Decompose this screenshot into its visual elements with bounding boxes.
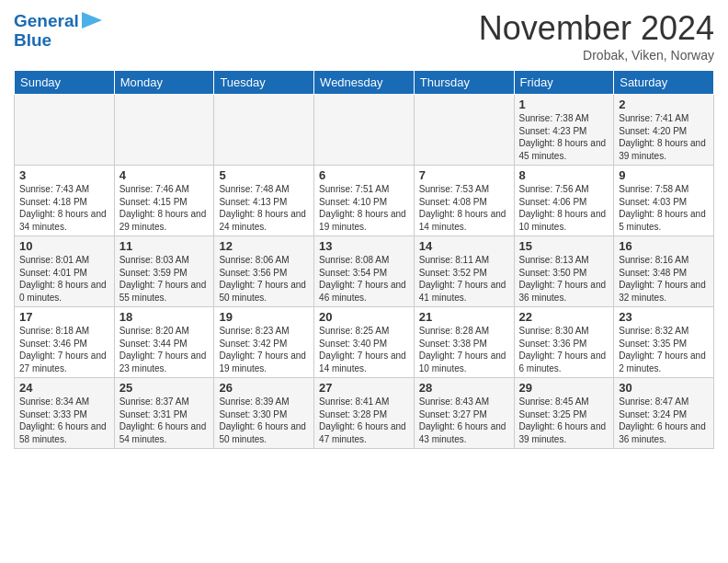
calendar-cell: 24Sunrise: 8:34 AM Sunset: 3:33 PM Dayli… [15, 378, 115, 449]
calendar-cell: 20Sunrise: 8:25 AM Sunset: 3:40 PM Dayli… [314, 307, 415, 378]
col-thursday: Thursday [414, 71, 514, 95]
day-number: 7 [419, 168, 509, 182]
calendar-cell: 21Sunrise: 8:28 AM Sunset: 3:38 PM Dayli… [414, 307, 514, 378]
day-info: Sunrise: 7:53 AM Sunset: 4:08 PM Dayligh… [419, 183, 509, 233]
day-info: Sunrise: 8:06 AM Sunset: 3:56 PM Dayligh… [219, 254, 309, 304]
day-info: Sunrise: 8:34 AM Sunset: 3:33 PM Dayligh… [19, 396, 109, 445]
logo: General Blue [14, 9, 102, 51]
calendar-cell: 27Sunrise: 8:41 AM Sunset: 3:28 PM Dayli… [314, 378, 415, 449]
day-info: Sunrise: 8:28 AM Sunset: 3:38 PM Dayligh… [419, 325, 509, 374]
calendar-cell: 30Sunrise: 8:47 AM Sunset: 3:24 PM Dayli… [614, 378, 714, 449]
day-info: Sunrise: 8:13 AM Sunset: 3:50 PM Dayligh… [519, 254, 609, 304]
calendar-cell: 29Sunrise: 8:45 AM Sunset: 3:25 PM Dayli… [514, 378, 614, 449]
day-info: Sunrise: 7:58 AM Sunset: 4:03 PM Dayligh… [619, 183, 709, 233]
day-info: Sunrise: 8:25 AM Sunset: 3:40 PM Dayligh… [319, 325, 409, 374]
calendar-cell: 9Sunrise: 7:58 AM Sunset: 4:03 PM Daylig… [614, 166, 714, 236]
main-container: General Blue November 2024 Drobak, Viken… [0, 0, 728, 458]
day-info: Sunrise: 8:43 AM Sunset: 3:27 PM Dayligh… [419, 396, 509, 445]
day-number: 12 [219, 239, 309, 253]
calendar-cell: 14Sunrise: 8:11 AM Sunset: 3:52 PM Dayli… [414, 236, 514, 307]
calendar-cell: 10Sunrise: 8:01 AM Sunset: 4:01 PM Dayli… [15, 236, 115, 307]
day-number: 16 [619, 239, 709, 253]
day-info: Sunrise: 8:03 AM Sunset: 3:59 PM Dayligh… [119, 254, 210, 304]
calendar-week-row: 24Sunrise: 8:34 AM Sunset: 3:33 PM Dayli… [15, 378, 714, 449]
day-info: Sunrise: 7:43 AM Sunset: 4:18 PM Dayligh… [19, 183, 109, 233]
calendar-cell [314, 95, 415, 166]
day-number: 30 [619, 381, 709, 395]
day-info: Sunrise: 7:46 AM Sunset: 4:15 PM Dayligh… [119, 183, 210, 233]
svg-marker-0 [82, 12, 102, 29]
calendar-week-row: 3Sunrise: 7:43 AM Sunset: 4:18 PM Daylig… [15, 166, 714, 236]
day-info: Sunrise: 8:08 AM Sunset: 3:54 PM Dayligh… [319, 254, 409, 304]
day-number: 29 [519, 381, 609, 395]
calendar-cell: 11Sunrise: 8:03 AM Sunset: 3:59 PM Dayli… [114, 236, 214, 307]
calendar-header-row: Sunday Monday Tuesday Wednesday Thursday… [15, 71, 714, 95]
day-info: Sunrise: 8:01 AM Sunset: 4:01 PM Dayligh… [19, 254, 109, 304]
day-info: Sunrise: 8:47 AM Sunset: 3:24 PM Dayligh… [619, 396, 709, 445]
day-number: 15 [519, 239, 609, 253]
day-info: Sunrise: 8:18 AM Sunset: 3:46 PM Dayligh… [19, 325, 109, 374]
day-info: Sunrise: 7:51 AM Sunset: 4:10 PM Dayligh… [319, 183, 409, 233]
day-number: 3 [19, 168, 109, 182]
day-number: 22 [519, 310, 609, 324]
day-number: 17 [19, 310, 109, 324]
day-info: Sunrise: 8:45 AM Sunset: 3:25 PM Dayligh… [519, 396, 609, 445]
logo-arrow-icon [82, 12, 102, 32]
day-info: Sunrise: 7:48 AM Sunset: 4:13 PM Dayligh… [219, 183, 309, 233]
day-number: 11 [119, 239, 210, 253]
day-info: Sunrise: 8:39 AM Sunset: 3:30 PM Dayligh… [219, 396, 309, 445]
calendar-week-row: 10Sunrise: 8:01 AM Sunset: 4:01 PM Dayli… [15, 236, 714, 307]
calendar-cell: 3Sunrise: 7:43 AM Sunset: 4:18 PM Daylig… [15, 166, 115, 236]
calendar-cell: 18Sunrise: 8:20 AM Sunset: 3:44 PM Dayli… [114, 307, 214, 378]
logo-text: General [14, 11, 79, 31]
day-number: 14 [419, 239, 509, 253]
logo-blue-text: Blue [14, 30, 51, 51]
title-area: November 2024 Drobak, Viken, Norway [479, 9, 714, 63]
day-number: 19 [219, 310, 309, 324]
day-number: 8 [519, 168, 609, 182]
col-saturday: Saturday [614, 71, 714, 95]
calendar-cell: 4Sunrise: 7:46 AM Sunset: 4:15 PM Daylig… [114, 166, 214, 236]
day-info: Sunrise: 8:23 AM Sunset: 3:42 PM Dayligh… [219, 325, 309, 374]
calendar-cell: 22Sunrise: 8:30 AM Sunset: 3:36 PM Dayli… [514, 307, 614, 378]
day-number: 1 [519, 98, 609, 111]
calendar-week-row: 1Sunrise: 7:38 AM Sunset: 4:23 PM Daylig… [15, 95, 714, 166]
col-sunday: Sunday [15, 71, 115, 95]
day-number: 20 [319, 310, 409, 324]
calendar-cell [414, 95, 514, 166]
calendar-cell: 23Sunrise: 8:32 AM Sunset: 3:35 PM Dayli… [614, 307, 714, 378]
day-number: 4 [119, 168, 210, 182]
calendar-cell: 13Sunrise: 8:08 AM Sunset: 3:54 PM Dayli… [314, 236, 415, 307]
calendar-cell: 25Sunrise: 8:37 AM Sunset: 3:31 PM Dayli… [114, 378, 214, 449]
calendar-cell: 7Sunrise: 7:53 AM Sunset: 4:08 PM Daylig… [414, 166, 514, 236]
day-number: 10 [19, 239, 109, 253]
day-number: 2 [619, 98, 709, 111]
col-friday: Friday [514, 71, 614, 95]
calendar-cell [214, 95, 314, 166]
calendar-cell: 2Sunrise: 7:41 AM Sunset: 4:20 PM Daylig… [614, 95, 714, 166]
location: Drobak, Viken, Norway [479, 48, 714, 63]
calendar-cell: 1Sunrise: 7:38 AM Sunset: 4:23 PM Daylig… [514, 95, 614, 166]
calendar-cell: 5Sunrise: 7:48 AM Sunset: 4:13 PM Daylig… [214, 166, 314, 236]
day-number: 5 [219, 168, 309, 182]
day-info: Sunrise: 8:20 AM Sunset: 3:44 PM Dayligh… [119, 325, 210, 374]
calendar-table: Sunday Monday Tuesday Wednesday Thursday… [14, 70, 714, 449]
calendar-cell: 19Sunrise: 8:23 AM Sunset: 3:42 PM Dayli… [214, 307, 314, 378]
month-title: November 2024 [479, 9, 714, 48]
calendar-cell [15, 95, 115, 166]
day-number: 21 [419, 310, 509, 324]
day-info: Sunrise: 8:37 AM Sunset: 3:31 PM Dayligh… [119, 396, 210, 445]
day-number: 13 [319, 239, 409, 253]
day-number: 28 [419, 381, 509, 395]
calendar-week-row: 17Sunrise: 8:18 AM Sunset: 3:46 PM Dayli… [15, 307, 714, 378]
day-number: 18 [119, 310, 210, 324]
day-number: 26 [219, 381, 309, 395]
calendar-cell: 28Sunrise: 8:43 AM Sunset: 3:27 PM Dayli… [414, 378, 514, 449]
day-number: 9 [619, 168, 709, 182]
calendar-cell: 6Sunrise: 7:51 AM Sunset: 4:10 PM Daylig… [314, 166, 415, 236]
day-number: 25 [119, 381, 210, 395]
calendar-cell: 8Sunrise: 7:56 AM Sunset: 4:06 PM Daylig… [514, 166, 614, 236]
calendar-cell: 15Sunrise: 8:13 AM Sunset: 3:50 PM Dayli… [514, 236, 614, 307]
day-number: 24 [19, 381, 109, 395]
day-info: Sunrise: 8:11 AM Sunset: 3:52 PM Dayligh… [419, 254, 509, 304]
